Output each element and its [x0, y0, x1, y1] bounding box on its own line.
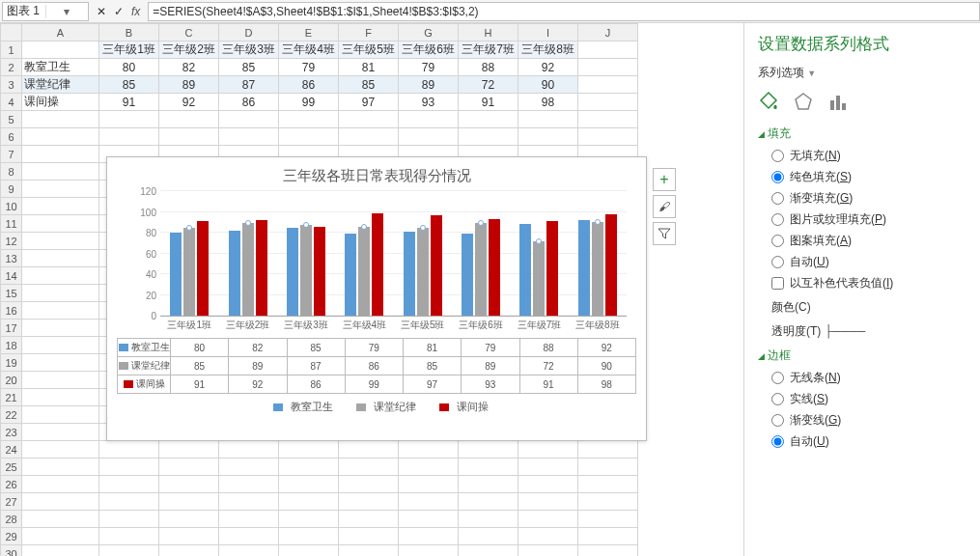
cell[interactable]: 三年级7班	[459, 42, 518, 59]
row-header[interactable]: 9	[1, 181, 22, 198]
cell[interactable]: 93	[399, 94, 459, 111]
cell[interactable]	[578, 511, 638, 528]
cell[interactable]	[578, 441, 638, 459]
cell[interactable]	[22, 267, 99, 285]
cell[interactable]	[459, 511, 518, 528]
cell[interactable]: 89	[159, 76, 219, 94]
cell[interactable]	[22, 215, 99, 233]
fill-option[interactable]: 图案填充(A)	[771, 233, 966, 249]
cell[interactable]	[399, 511, 459, 528]
cell[interactable]	[578, 459, 638, 476]
cell[interactable]	[22, 459, 99, 476]
cell[interactable]	[399, 128, 459, 146]
cell[interactable]	[22, 146, 99, 163]
cell[interactable]	[279, 476, 339, 493]
fill-line-icon[interactable]	[758, 91, 779, 112]
chart-bar[interactable]	[300, 225, 312, 316]
chart-bar[interactable]	[489, 219, 500, 316]
cell[interactable]	[22, 389, 99, 406]
cell[interactable]: 79	[279, 59, 339, 76]
cell[interactable]	[159, 493, 219, 511]
cell[interactable]	[279, 493, 339, 511]
chart-bar[interactable]	[475, 223, 487, 316]
cell[interactable]	[578, 128, 638, 146]
cell[interactable]	[578, 476, 638, 493]
chart-bar[interactable]	[578, 220, 590, 316]
cell[interactable]: 87	[219, 76, 279, 94]
fx-icon[interactable]: fx	[131, 5, 140, 18]
row-header[interactable]: 5	[1, 111, 22, 128]
cell[interactable]: 97	[339, 94, 399, 111]
cell[interactable]: 72	[459, 76, 518, 94]
cell[interactable]	[339, 528, 399, 545]
formula-input[interactable]: =SERIES(Sheet4!$A$3,Sheet4!$B$1:$I$1,She…	[148, 2, 980, 21]
cell[interactable]	[399, 459, 459, 476]
row-header[interactable]: 28	[1, 511, 22, 528]
row-header[interactable]: 4	[1, 94, 22, 111]
chart-bar[interactable]	[197, 221, 209, 316]
cell[interactable]	[22, 233, 99, 250]
cell[interactable]	[22, 545, 99, 557]
cell[interactable]	[578, 111, 638, 128]
cell[interactable]	[578, 528, 638, 545]
cell[interactable]	[99, 459, 159, 476]
cell[interactable]	[159, 511, 219, 528]
cell[interactable]	[399, 441, 459, 459]
chart-bar[interactable]	[533, 241, 545, 316]
name-box[interactable]: 图表 1 ▾	[2, 2, 89, 21]
cell[interactable]	[339, 493, 399, 511]
cell[interactable]: 三年级3班	[219, 42, 279, 59]
row-header[interactable]: 3	[1, 76, 22, 94]
column-header[interactable]: C	[159, 24, 219, 42]
cell[interactable]	[518, 493, 578, 511]
border-option[interactable]: 自动(U)	[771, 433, 966, 450]
cell[interactable]: 85	[339, 76, 399, 94]
cell[interactable]	[22, 406, 99, 424]
cell[interactable]: 课间操	[22, 94, 99, 111]
cell[interactable]: 91	[99, 94, 159, 111]
row-header[interactable]: 12	[1, 233, 22, 250]
cell[interactable]	[99, 511, 159, 528]
cell[interactable]	[22, 320, 99, 337]
cell[interactable]	[459, 441, 518, 459]
cell[interactable]	[99, 528, 159, 545]
cell[interactable]	[22, 302, 99, 320]
cell[interactable]	[22, 424, 99, 441]
chart-bar[interactable]	[592, 222, 603, 316]
chart-bar[interactable]	[372, 213, 383, 316]
cell[interactable]	[518, 459, 578, 476]
legend-item[interactable]: 教室卫生	[266, 401, 333, 412]
cell[interactable]: 81	[339, 59, 399, 76]
legend-item[interactable]: 课间操	[432, 401, 489, 412]
row-header[interactable]: 10	[1, 198, 22, 215]
cell[interactable]	[279, 528, 339, 545]
cell[interactable]	[22, 111, 99, 128]
cell[interactable]	[22, 511, 99, 528]
cell[interactable]: 91	[459, 94, 518, 111]
cell[interactable]	[219, 545, 279, 557]
row-header[interactable]: 16	[1, 302, 22, 320]
cell[interactable]	[279, 545, 339, 557]
row-header[interactable]: 14	[1, 267, 22, 285]
name-box-dropdown-icon[interactable]: ▾	[45, 5, 89, 18]
cell[interactable]	[219, 441, 279, 459]
cell[interactable]	[99, 441, 159, 459]
cell[interactable]	[459, 545, 518, 557]
fill-option[interactable]: 自动(U)	[771, 254, 966, 270]
cell[interactable]	[219, 459, 279, 476]
cell[interactable]	[22, 198, 99, 215]
cell[interactable]	[219, 493, 279, 511]
cell[interactable]: 三年级2班	[159, 42, 219, 59]
fill-option[interactable]: 图片或纹理填充(P)	[771, 211, 966, 228]
series-options-icon[interactable]	[827, 91, 849, 112]
row-header[interactable]: 25	[1, 459, 22, 476]
column-header[interactable]: I	[518, 24, 578, 42]
chart-bar[interactable]	[404, 232, 415, 316]
cell[interactable]	[339, 128, 399, 146]
row-header[interactable]: 15	[1, 285, 22, 302]
cell[interactable]	[219, 111, 279, 128]
row-header[interactable]: 22	[1, 406, 22, 424]
column-header[interactable]: H	[459, 24, 518, 42]
cell[interactable]	[459, 128, 518, 146]
row-header[interactable]: 24	[1, 441, 22, 459]
